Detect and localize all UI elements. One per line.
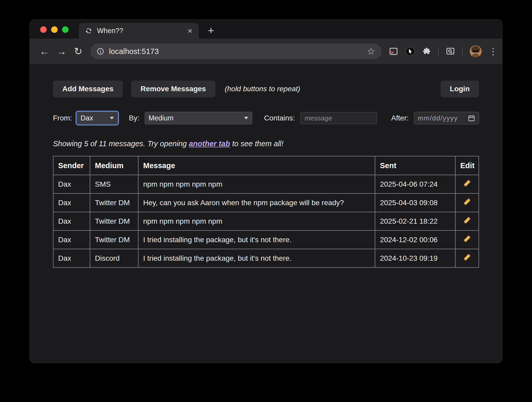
cell-medium: Twitter DM xyxy=(90,230,138,249)
bookmark-star-icon[interactable]: ☆ xyxy=(367,47,375,56)
cell-medium: Discord xyxy=(90,249,138,267)
cell-message: Hey, can you ask Aaron when the npm pack… xyxy=(138,193,375,212)
status-text-after: to see them all! xyxy=(230,139,283,148)
calendar-icon[interactable] xyxy=(468,114,475,122)
col-header-sender: Sender xyxy=(53,156,90,175)
forward-icon[interactable]: → xyxy=(55,46,68,57)
date-placeholder: mm/dd/yyyy xyxy=(418,114,458,122)
edit-pencil-icon[interactable] xyxy=(463,216,471,224)
by-select[interactable]: Medium xyxy=(145,112,252,124)
col-header-medium: Medium xyxy=(90,156,138,175)
after-date-input[interactable]: mm/dd/yyyy xyxy=(414,112,479,124)
cell-sender: Dax xyxy=(53,193,90,212)
from-select[interactable]: Dax xyxy=(77,112,118,124)
contains-label: Contains: xyxy=(264,114,295,122)
cell-message: I tried installing the package, but it's… xyxy=(138,249,375,267)
col-header-message: Message xyxy=(138,156,375,175)
add-messages-button[interactable]: Add Messages xyxy=(53,81,123,97)
from-label: From: xyxy=(53,114,72,122)
table-row: DaxDiscordI tried installing the package… xyxy=(53,249,479,267)
edit-pencil-icon[interactable] xyxy=(463,253,471,261)
another-tab-link[interactable]: another tab xyxy=(189,139,230,148)
table-header-row: Sender Medium Message Sent Edit xyxy=(53,156,479,175)
cell-sender: Dax xyxy=(53,175,90,193)
back-icon[interactable]: ← xyxy=(38,46,51,57)
table-row: DaxTwitter DMHey, can you ask Aaron when… xyxy=(53,193,479,212)
toolbar-right-icons: ⋮ xyxy=(389,45,494,57)
remove-messages-button[interactable]: Remove Messages xyxy=(131,81,215,97)
reading-list-panel-icon[interactable] xyxy=(389,47,398,56)
col-header-sent: Sent xyxy=(375,156,455,175)
after-label: After: xyxy=(391,114,409,122)
cell-message: npm npm npm npm npm xyxy=(138,212,375,230)
table-row: DaxTwitter DMI tried installing the pack… xyxy=(53,230,479,249)
site-info-icon[interactable] xyxy=(96,47,104,55)
cell-sent: 2024-12-02 00:06 xyxy=(375,230,455,249)
cell-edit xyxy=(455,249,479,267)
by-select-value: Medium xyxy=(149,114,174,122)
tab-favicon-sync-icon xyxy=(85,27,92,34)
browser-window: When?? × + ← → ↻ localhost:5173 ☆ xyxy=(30,20,502,363)
reload-icon[interactable]: ↻ xyxy=(71,46,85,57)
tab-title: When?? xyxy=(97,27,183,35)
page-content: Add Messages Remove Messages (hold butto… xyxy=(30,64,502,268)
tab-strip: When?? × + xyxy=(30,20,502,39)
messages-table: Sender Medium Message Sent Edit DaxSMSnp… xyxy=(53,156,479,268)
browser-toolbar: ← → ↻ localhost:5173 ☆ xyxy=(30,39,502,64)
profile-avatar[interactable] xyxy=(470,45,482,57)
url-text: localhost:5173 xyxy=(109,47,367,56)
cell-sent: 2025-04-06 07:24 xyxy=(375,175,455,193)
cursor-extension-icon[interactable] xyxy=(405,46,415,56)
cell-sender: Dax xyxy=(53,212,90,230)
cell-medium: Twitter DM xyxy=(90,193,138,212)
cell-edit xyxy=(455,175,479,193)
cell-message: npm npm npm npm npm xyxy=(138,175,375,193)
cell-medium: Twitter DM xyxy=(90,212,138,230)
contains-input[interactable] xyxy=(300,112,377,124)
browser-menu-icon[interactable]: ⋮ xyxy=(489,47,494,56)
cell-medium: SMS xyxy=(90,175,138,193)
cell-edit xyxy=(455,212,479,230)
edit-pencil-icon[interactable] xyxy=(463,198,471,206)
toolbar-divider-2 xyxy=(462,47,463,56)
maximize-window-button[interactable] xyxy=(62,26,69,33)
cell-edit xyxy=(455,193,479,212)
cell-sender: Dax xyxy=(53,230,90,249)
by-label: By: xyxy=(129,114,139,122)
window-controls xyxy=(40,26,69,33)
status-text-before: Showing 5 of 11 messages. Try opening xyxy=(53,139,189,148)
table-row: DaxSMSnpm npm npm npm npm2025-04-06 07:2… xyxy=(53,175,479,193)
col-header-edit: Edit xyxy=(455,156,479,175)
table-row: DaxTwitter DMnpm npm npm npm npm2025-02-… xyxy=(53,212,479,230)
hold-buttons-hint: (hold buttons to repeat) xyxy=(225,85,300,93)
address-bar[interactable]: localhost:5173 ☆ xyxy=(90,44,382,59)
cell-edit xyxy=(455,230,479,249)
tab-search-icon[interactable] xyxy=(446,47,455,56)
extensions-puzzle-icon[interactable] xyxy=(422,47,431,56)
browser-tab[interactable]: When?? × xyxy=(79,23,199,39)
filters-row: From: Dax By: Medium Contains: After: mm… xyxy=(53,112,479,124)
minimize-window-button[interactable] xyxy=(51,26,58,33)
edit-pencil-icon[interactable] xyxy=(463,235,471,243)
cell-message: I tried installing the package, but it's… xyxy=(138,230,375,249)
toolbar-divider xyxy=(438,47,439,56)
cell-sent: 2025-02-21 18:22 xyxy=(375,212,455,230)
status-line: Showing 5 of 11 messages. Try opening an… xyxy=(53,139,479,148)
chevron-down-icon xyxy=(244,117,248,119)
new-tab-button[interactable]: + xyxy=(205,25,217,36)
chevron-down-icon xyxy=(110,117,114,119)
edit-pencil-icon[interactable] xyxy=(463,179,471,187)
cell-sender: Dax xyxy=(53,249,90,267)
close-window-button[interactable] xyxy=(40,26,47,33)
after-filter-group: After: mm/dd/yyyy xyxy=(391,112,479,124)
cell-sent: 2025-04-03 09:08 xyxy=(375,193,455,212)
actions-row: Add Messages Remove Messages (hold butto… xyxy=(53,81,479,97)
tab-close-icon[interactable]: × xyxy=(188,27,192,35)
cell-sent: 2024-10-23 09:19 xyxy=(375,249,455,267)
login-button[interactable]: Login xyxy=(440,81,479,97)
from-select-value: Dax xyxy=(81,114,93,122)
